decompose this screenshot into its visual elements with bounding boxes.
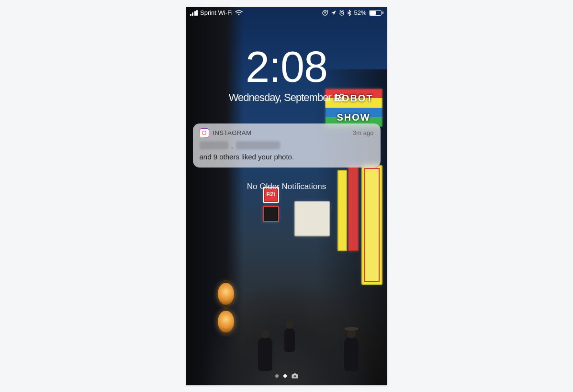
iphone-lock-screen: ROBOTSHOW FIZI Sprint Wi-Fi — [186, 7, 387, 385]
bluetooth-icon — [347, 10, 351, 16]
page-dot[interactable] — [275, 374, 279, 378]
notification-suffix: and 9 others liked your photo. — [200, 152, 294, 162]
page-dot-active[interactable] — [283, 374, 287, 378]
svg-rect-1 — [325, 12, 326, 13]
svg-rect-4 — [293, 373, 296, 375]
redacted-username: xxxxxxxxxx — [236, 141, 280, 149]
cellular-signal-icon — [190, 10, 198, 16]
camera-icon[interactable] — [292, 373, 298, 379]
bg-sign-red-vertical — [348, 165, 359, 251]
instagram-icon — [200, 128, 209, 138]
carrier-label: Sprint Wi-Fi — [200, 9, 233, 16]
page-indicator[interactable] — [186, 373, 387, 379]
notification-card[interactable]: INSTAGRAM 3m ago xxxxxx, xxxxxxxxxx and … — [193, 123, 381, 168]
bg-person — [284, 328, 295, 352]
bg-sign-dark-square — [263, 206, 279, 222]
status-bar: Sprint Wi-Fi — [186, 7, 387, 19]
no-older-notifications-label: No Older Notifications — [186, 182, 387, 191]
notification-body: xxxxxx, xxxxxxxxxx and 9 others liked yo… — [200, 141, 374, 162]
bg-lantern — [218, 311, 234, 333]
time-label: 2:08 — [186, 45, 387, 89]
bg-person — [258, 337, 272, 371]
svg-point-5 — [293, 375, 296, 377]
notification-app-name: INSTAGRAM — [213, 129, 252, 136]
date-label: Wednesday, September 19 — [186, 91, 387, 104]
bg-lantern — [218, 283, 234, 305]
battery-icon — [369, 10, 383, 16]
battery-percent: 52% — [354, 9, 366, 16]
rotation-lock-icon — [322, 10, 328, 16]
alarm-icon — [339, 10, 345, 16]
redacted-username: xxxxxx — [200, 141, 228, 149]
wifi-icon — [235, 10, 243, 16]
location-arrow-icon — [331, 10, 337, 16]
lock-screen-clock: 2:08 Wednesday, September 19 — [186, 45, 387, 104]
bg-person — [344, 337, 359, 371]
notification-time: 3m ago — [353, 129, 373, 136]
bg-sign-billboard — [294, 201, 330, 236]
